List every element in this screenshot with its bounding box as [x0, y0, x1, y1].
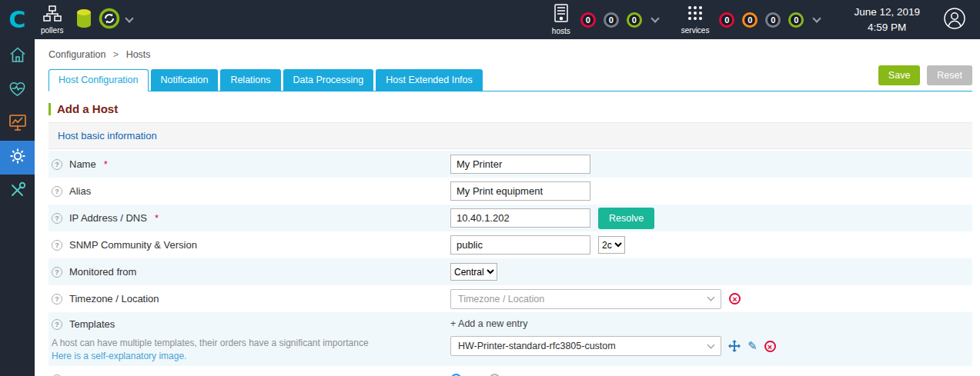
sidebar: [0, 39, 35, 376]
gear-icon: [9, 148, 26, 168]
edit-template-icon[interactable]: ✎: [748, 339, 758, 353]
snmp-community-input[interactable]: [450, 235, 590, 255]
breadcrumb-configuration[interactable]: Configuration: [48, 49, 105, 60]
monitored-from-select[interactable]: Central: [450, 263, 497, 281]
help-icon[interactable]: ?: [52, 240, 62, 251]
snmp-label: SNMP Community & Version: [69, 239, 197, 251]
form-row-monitored-from: ? Monitored from Central: [48, 258, 972, 285]
user-icon: [943, 7, 966, 33]
hosts-label: hosts: [552, 27, 570, 35]
add-template-entry-link[interactable]: + Add a new entry: [450, 318, 972, 329]
breadcrumb-hosts[interactable]: Hosts: [126, 49, 151, 60]
tab-relations[interactable]: Relations: [220, 69, 280, 91]
tab-host-extended-infos[interactable]: Host Extended Infos: [376, 69, 483, 91]
sidebar-item-home[interactable]: [0, 39, 35, 73]
form-row-snmp: ? SNMP Community & Version 2c: [48, 231, 972, 258]
help-icon[interactable]: ?: [52, 267, 62, 278]
heartbeat-icon: [8, 81, 26, 100]
resolve-button[interactable]: Resolve: [598, 208, 654, 229]
monitored-from-label: Monitored from: [69, 266, 136, 278]
current-date: June 12, 2019: [854, 5, 920, 20]
services-label: services: [681, 26, 710, 35]
page-title: Add a Host: [48, 102, 966, 115]
help-icon[interactable]: ?: [52, 294, 62, 304]
name-label: Name: [69, 158, 96, 170]
save-button[interactable]: Save: [878, 65, 921, 85]
timezone-placeholder: Timezone / Location: [458, 294, 544, 304]
alias-input[interactable]: [450, 181, 590, 201]
hosts-up-badge[interactable]: 0: [627, 12, 642, 28]
hosts-unreachable-badge[interactable]: 0: [604, 12, 619, 28]
form-row-alias: ? Alias: [48, 178, 972, 205]
sidebar-item-administration[interactable]: [0, 175, 35, 208]
tab-host-configuration[interactable]: Host Configuration: [48, 69, 149, 92]
form-row-create-services: ? Create Services linked to the Template…: [48, 366, 972, 376]
templates-label: Templates: [69, 318, 115, 330]
hosts-status-group: hosts 0 0 0: [546, 4, 663, 35]
breadcrumb-separator: >: [113, 49, 119, 60]
sync-icon: [99, 8, 120, 32]
hosts-icon: [553, 4, 570, 25]
database-status[interactable]: [75, 8, 92, 32]
user-profile-button[interactable]: [943, 7, 966, 33]
services-menu[interactable]: services: [681, 5, 710, 35]
templates-help-text: A host can have multiple templates, thei…: [52, 338, 450, 348]
breadcrumb: Configuration > Hosts: [35, 39, 980, 62]
template-dropdown[interactable]: HW-Printer-standard-rfc3805-custom: [450, 336, 721, 356]
tab-bar: Host Configuration Notification Relation…: [48, 68, 972, 92]
sidebar-item-monitoring[interactable]: [0, 73, 35, 107]
ip-input[interactable]: [450, 208, 590, 228]
help-icon[interactable]: ?: [52, 159, 62, 170]
title-accent-bar: [48, 103, 51, 115]
template-selected-value: HW-Printer-standard-rfc3805-custom: [458, 341, 616, 351]
chevron-down-icon[interactable]: [813, 14, 821, 22]
hosts-menu[interactable]: hosts: [552, 4, 570, 35]
services-critical-badge[interactable]: 0: [719, 12, 734, 28]
services-icon: [687, 5, 704, 25]
main-content: Configuration > Hosts Host Configuration…: [35, 39, 980, 376]
delete-template-icon[interactable]: ×: [764, 341, 776, 352]
templates-help-link[interactable]: Here is a self-explanatory image.: [52, 351, 186, 361]
required-asterisk: *: [155, 212, 159, 224]
services-unknown-badge[interactable]: 0: [765, 12, 781, 28]
centreon-logo[interactable]: C: [0, 0, 35, 39]
help-icon[interactable]: ?: [52, 213, 62, 224]
section-host-basic-information: Host basic information: [48, 122, 972, 149]
timezone-label: Timezone / Location: [69, 293, 159, 304]
topbar: C pollers: [0, 0, 980, 39]
timezone-dropdown[interactable]: Timezone / Location: [450, 289, 721, 309]
tab-notification[interactable]: Notification: [151, 69, 219, 91]
chevron-down-icon: [707, 341, 715, 348]
help-icon[interactable]: ?: [52, 186, 62, 197]
tab-data-processing[interactable]: Data Processing: [283, 69, 374, 91]
chevron-down-icon: [125, 14, 134, 22]
chevron-down-icon[interactable]: [651, 14, 659, 22]
sidebar-item-reporting[interactable]: [0, 107, 35, 141]
action-buttons: Save Reset: [878, 65, 972, 85]
services-warning-badge[interactable]: 0: [742, 12, 758, 28]
hosts-down-badge[interactable]: 0: [580, 12, 596, 28]
move-template-handle[interactable]: [728, 340, 741, 352]
pollers-label: pollers: [41, 26, 63, 35]
clock: June 12, 2019 4:59 PM: [854, 5, 920, 35]
form-row-timezone: ? Timezone / Location Timezone / Locatio…: [48, 285, 972, 312]
services-ok-badge[interactable]: 0: [788, 12, 804, 28]
sync-status[interactable]: [99, 8, 137, 32]
services-status-group: services 0 0 0 0: [675, 5, 825, 35]
chevron-down-icon: [707, 294, 715, 301]
current-time: 4:59 PM: [854, 20, 920, 35]
name-input[interactable]: [450, 155, 590, 174]
pollers-menu[interactable]: pollers: [41, 5, 63, 35]
reset-button[interactable]: Reset: [927, 65, 972, 85]
pollers-icon: [43, 5, 62, 25]
snmp-version-select[interactable]: 2c: [598, 236, 625, 254]
host-form: ? Name * ? Alias ? IP Address / DNS *: [48, 151, 972, 376]
clear-timezone-icon[interactable]: ×: [729, 293, 741, 304]
required-asterisk: *: [104, 158, 108, 170]
database-icon: [75, 8, 92, 32]
help-icon[interactable]: ?: [52, 319, 62, 330]
page-title-text: Add a Host: [57, 102, 118, 115]
sidebar-item-configuration[interactable]: [0, 141, 35, 175]
chart-icon: [9, 115, 26, 134]
tools-icon: [9, 181, 26, 201]
